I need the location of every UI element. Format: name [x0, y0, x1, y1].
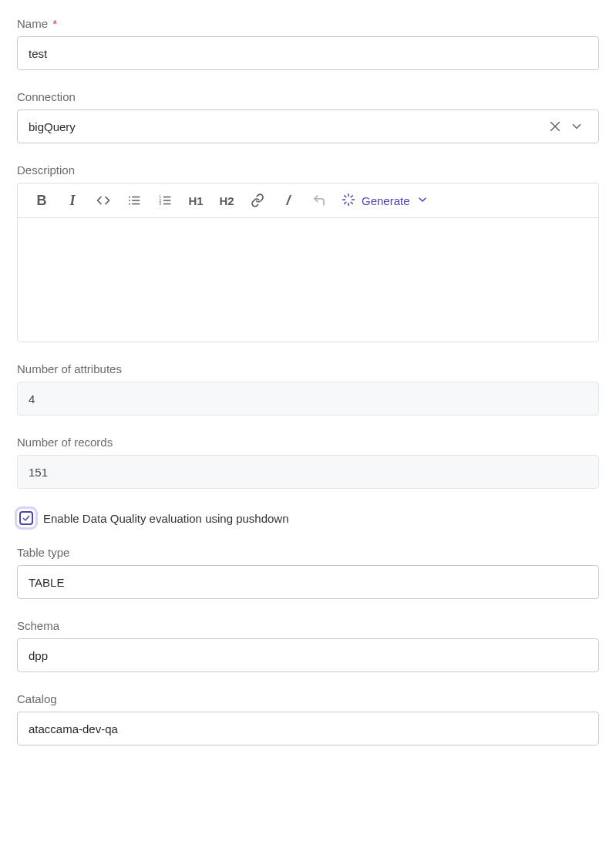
svg-line-20 — [345, 202, 346, 204]
bold-button[interactable]: B — [33, 191, 50, 210]
field-description: Description B I 123 H1 H2 / — [17, 163, 599, 342]
h1-button[interactable]: H1 — [187, 191, 204, 210]
label-connection: Connection — [17, 90, 599, 103]
code-button[interactable] — [95, 191, 112, 210]
svg-point-7 — [129, 204, 130, 205]
connection-value: bigQuery — [29, 120, 544, 133]
schema-input[interactable] — [17, 638, 599, 672]
catalog-input[interactable] — [17, 712, 599, 746]
description-editor: B I 123 H1 H2 / Ge — [17, 183, 599, 342]
label-description: Description — [17, 163, 599, 177]
pushdown-checkbox-row: Enable Data Quality evaluation using pus… — [17, 509, 599, 527]
field-table-type: Table type — [17, 546, 599, 599]
connection-select[interactable]: bigQuery — [17, 109, 599, 143]
num-attributes-input — [17, 382, 599, 416]
chevron-down-icon[interactable] — [566, 116, 587, 137]
label-table-type: Table type — [17, 546, 599, 559]
field-connection: Connection bigQuery — [17, 90, 599, 143]
clear-icon[interactable] — [544, 116, 566, 137]
editor-toolbar: B I 123 H1 H2 / Ge — [18, 183, 598, 218]
sparkle-icon — [342, 193, 355, 209]
table-type-input[interactable] — [17, 565, 599, 599]
numbered-list-button[interactable]: 123 — [157, 191, 173, 210]
svg-point-5 — [129, 197, 130, 198]
svg-point-6 — [129, 200, 130, 201]
generate-button[interactable]: Generate — [342, 193, 429, 209]
label-num-records: Number of records — [17, 436, 599, 449]
field-catalog: Catalog — [17, 692, 599, 746]
label-name: Name * — [17, 17, 599, 30]
svg-line-21 — [351, 195, 352, 197]
svg-line-16 — [345, 195, 346, 197]
slash-button[interactable]: / — [280, 191, 297, 210]
name-input[interactable] — [17, 36, 599, 70]
num-records-input — [17, 455, 599, 489]
field-num-records: Number of records — [17, 436, 599, 489]
bullet-list-button[interactable] — [126, 191, 143, 210]
label-name-text: Name — [17, 17, 48, 30]
h2-button[interactable]: H2 — [218, 191, 235, 210]
pushdown-checkbox[interactable] — [17, 509, 35, 527]
generate-label: Generate — [362, 194, 410, 207]
chevron-down-icon — [416, 194, 429, 208]
required-asterisk: * — [52, 17, 57, 30]
field-name: Name * — [17, 17, 599, 70]
pushdown-label: Enable Data Quality evaluation using pus… — [43, 512, 289, 525]
svg-text:3: 3 — [160, 202, 162, 206]
field-schema: Schema — [17, 619, 599, 672]
svg-line-17 — [351, 202, 352, 204]
undo-button[interactable] — [311, 191, 328, 210]
italic-button[interactable]: I — [64, 191, 81, 210]
field-num-attributes: Number of attributes — [17, 362, 599, 416]
label-catalog: Catalog — [17, 692, 599, 705]
description-textarea[interactable] — [18, 218, 598, 342]
label-num-attributes: Number of attributes — [17, 362, 599, 375]
check-icon — [19, 511, 33, 525]
link-button[interactable] — [249, 191, 266, 210]
label-schema: Schema — [17, 619, 599, 632]
